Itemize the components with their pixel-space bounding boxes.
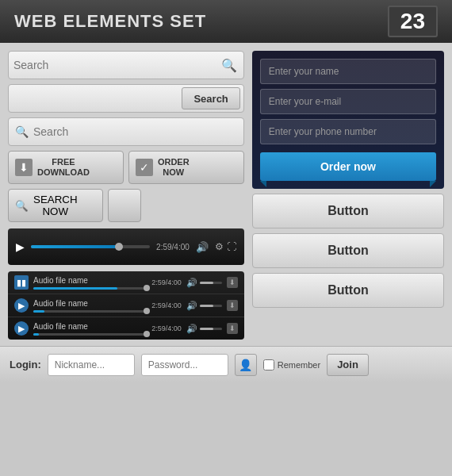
user-icon-button[interactable]: 👤 <box>235 354 257 376</box>
order-now-form-button[interactable]: Order now <box>260 152 436 181</box>
order-button-wrap: Order now <box>260 152 436 181</box>
video-volume-icon[interactable]: 🔊 <box>196 241 209 253</box>
name-input[interactable] <box>260 59 436 84</box>
left-column: 🔍 Search 🔍 ⬇ FREEDOWNLOAD ✓ ORDERNOW <box>8 51 244 340</box>
audio-dot-3 <box>144 331 150 337</box>
search-bar-2-wrap: Search <box>8 84 244 113</box>
audio-play-button-3[interactable]: ▶ <box>14 321 29 336</box>
audio-vol-icon-2: 🔊 <box>186 301 197 311</box>
audio-time-3: 2:59/4:00 <box>151 324 182 332</box>
search-input-3[interactable] <box>33 125 237 138</box>
header-number: 23 <box>388 6 438 37</box>
audio-vol-3: 🔊 <box>186 324 222 334</box>
search-button-2[interactable]: Search <box>182 87 239 109</box>
ribbon-right <box>430 181 436 187</box>
audio-progress-fill-1 <box>33 287 117 290</box>
audio-vol-bar-3[interactable] <box>200 328 222 330</box>
big-button-1[interactable]: Button <box>252 194 444 228</box>
audio-download-btn-3[interactable]: ⬇ <box>227 323 238 334</box>
free-download-button[interactable]: ⬇ FREEDOWNLOAD <box>8 151 124 184</box>
main-content: 🔍 Search 🔍 ⬇ FREEDOWNLOAD ✓ ORDERNOW <box>0 43 452 346</box>
audio-progress-2[interactable] <box>33 310 147 313</box>
settings-icon: ⚙ <box>215 241 224 252</box>
phone-input[interactable] <box>260 119 436 144</box>
search-now-button[interactable]: 🔍 SEARCHNOW <box>8 189 103 222</box>
search-bar-1: 🔍 <box>8 51 244 79</box>
audio-progress-fill-3 <box>33 333 39 336</box>
audio-progress-1[interactable] <box>33 287 147 290</box>
audio-vol-fill-2 <box>200 305 213 307</box>
right-column: Order now Button Button Button <box>252 51 444 340</box>
audio-vol-fill-3 <box>200 328 213 330</box>
header-title: WEB ELEMENTS SET <box>14 11 206 32</box>
audio-vol-fill-1 <box>200 282 213 284</box>
audio-time-2: 2:59/4:00 <box>151 301 182 309</box>
free-download-label: FREEDOWNLOAD <box>37 157 90 178</box>
footer-login: Login: 👤 Remember Join <box>0 346 452 382</box>
audio-track-2: ▶ Audio file name 2:59/4:00 🔊 <box>8 294 244 317</box>
remember-label: Remember <box>278 360 320 370</box>
audio-vol-bar-1[interactable] <box>200 282 222 284</box>
audio-info-2: Audio file name <box>33 299 147 313</box>
audio-vol-bar-2[interactable] <box>200 305 222 307</box>
audio-vol-1: 🔊 <box>186 278 222 288</box>
password-input[interactable] <box>141 354 228 376</box>
audio-pause-button-1[interactable]: ▮▮ <box>14 275 29 290</box>
join-button[interactable]: Join <box>327 354 369 376</box>
search-now-row: 🔍 SEARCHNOW <box>8 189 244 222</box>
search-icon-button-1[interactable]: 🔍 <box>220 58 239 73</box>
order-now-button[interactable]: ✓ ORDERNOW <box>128 151 244 184</box>
big-button-3[interactable]: Button <box>252 273 444 308</box>
email-input[interactable] <box>260 89 436 114</box>
search-input-2[interactable] <box>13 92 182 105</box>
audio-track-3: ▶ Audio file name 2:59/4:00 🔊 <box>8 317 244 340</box>
remember-wrap: Remember <box>263 359 320 370</box>
audio-dot-2 <box>144 308 150 314</box>
action-buttons-row: ⬇ FREEDOWNLOAD ✓ ORDERNOW <box>8 151 244 184</box>
audio-time-1: 2:59/4:00 <box>151 278 182 286</box>
video-progress-bar[interactable] <box>31 245 150 248</box>
search-now-label: SEARCHNOW <box>33 194 78 217</box>
big-button-2[interactable]: Button <box>252 233 444 268</box>
ribbon-left <box>260 181 266 187</box>
audio-track-1: ▮▮ Audio file name 2:59/4:00 🔊 <box>8 271 244 294</box>
search-now-icon: 🔍 <box>15 200 29 212</box>
login-label: Login: <box>10 359 41 370</box>
audio-play-button-2[interactable]: ▶ <box>14 298 29 313</box>
video-player: ▶ 2:59/4:00 🔊 ⚙ ⛶ <box>8 228 244 265</box>
audio-download-btn-2[interactable]: ⬇ <box>227 300 238 311</box>
form-panel: Order now <box>252 51 444 189</box>
video-time: 2:59/4:00 <box>156 243 190 251</box>
audio-name-1: Audio file name <box>33 276 147 285</box>
video-expand-icons[interactable]: ⚙ ⛶ <box>215 241 236 252</box>
audio-vol-2: 🔊 <box>186 301 222 311</box>
remember-checkbox[interactable] <box>263 359 274 370</box>
audio-vol-icon-1: 🔊 <box>186 278 197 288</box>
fullscreen-icon: ⛶ <box>227 241 236 252</box>
nickname-input[interactable] <box>48 354 135 376</box>
download-icon: ⬇ <box>15 159 33 176</box>
audio-info-1: Audio file name <box>33 276 147 290</box>
audio-name-3: Audio file name <box>33 322 147 331</box>
audio-player: ▮▮ Audio file name 2:59/4:00 🔊 <box>8 271 244 340</box>
header: WEB ELEMENTS SET 23 <box>0 0 452 43</box>
audio-progress-3[interactable] <box>33 333 147 336</box>
video-progress-fill <box>31 245 119 248</box>
audio-progress-fill-2 <box>33 310 44 313</box>
square-button[interactable] <box>108 189 141 222</box>
audio-name-2: Audio file name <box>33 299 147 308</box>
search-bar-3: 🔍 <box>8 117 244 146</box>
audio-dot-1 <box>144 285 150 291</box>
audio-info-3: Audio file name <box>33 322 147 336</box>
audio-vol-icon-3: 🔊 <box>186 324 197 334</box>
checkmark-icon: ✓ <box>136 159 153 176</box>
search-icon-3: 🔍 <box>15 125 29 138</box>
order-now-label: ORDERNOW <box>158 157 190 178</box>
audio-download-btn-1[interactable]: ⬇ <box>227 277 238 288</box>
search-input-1[interactable] <box>13 59 220 71</box>
video-play-button[interactable]: ▶ <box>16 240 25 253</box>
video-progress-dot <box>115 243 123 251</box>
